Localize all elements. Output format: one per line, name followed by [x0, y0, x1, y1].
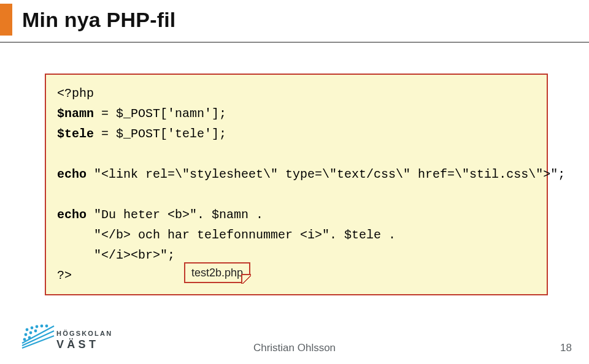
slide: Min nya PHP-fil <?php $namn = $_POST['na… — [0, 0, 589, 364]
svg-point-6 — [40, 325, 44, 328]
svg-point-5 — [36, 325, 39, 328]
code-line: "Du heter <b>". $namn . — [87, 208, 263, 222]
logo-text-top: HÖGSKOLAN — [56, 330, 112, 337]
code-block: <?php $namn = $_POST['namn']; $tele = $_… — [45, 74, 548, 295]
code-line: ?> — [57, 268, 72, 282]
filename-text: test2b.php — [191, 267, 243, 279]
code-line: "<link rel=\"stylesheet\" type=\"text/cs… — [87, 167, 565, 181]
svg-point-12 — [28, 336, 31, 339]
code-line: <?php — [57, 86, 94, 100]
accent-bar — [0, 4, 12, 36]
svg-point-8 — [25, 333, 28, 336]
code-var: $tele — [57, 127, 94, 141]
code-keyword: echo — [57, 208, 87, 222]
code-line: = $_POST['tele']; — [94, 127, 226, 141]
filename-label: test2b.php — [184, 262, 250, 283]
code-line: = $_POST['namn']; — [94, 107, 226, 121]
page-number: 18 — [560, 342, 572, 354]
svg-point-9 — [29, 332, 33, 335]
footer-author: Christian Ohlsson — [0, 342, 589, 354]
svg-point-10 — [34, 330, 37, 333]
title-underline — [0, 42, 589, 43]
svg-point-4 — [31, 327, 34, 330]
code-keyword: echo — [57, 167, 87, 181]
title-area: Min nya PHP-fil — [0, 4, 175, 36]
code-line: "</i><br>"; — [57, 248, 175, 262]
footer: HÖGSKOLAN VÄST Christian Ohlsson 18 — [0, 321, 589, 358]
svg-point-7 — [45, 325, 48, 328]
code-line: "</b> och har telefonnummer <i>". $tele … — [57, 228, 396, 242]
page-title: Min nya PHP-fil — [22, 8, 175, 32]
code-var: $namn — [57, 107, 94, 121]
svg-point-11 — [23, 338, 26, 341]
svg-point-3 — [26, 328, 29, 332]
logo-dots-icon — [23, 325, 48, 341]
